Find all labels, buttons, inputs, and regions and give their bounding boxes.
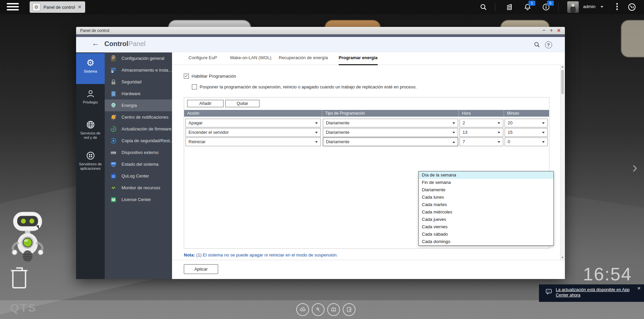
lock-icon: [110, 78, 117, 86]
column-header-tipo: Tipo de Programación: [322, 110, 459, 117]
background-tasks-icon[interactable]: [504, 2, 514, 12]
info-icon[interactable]: 5: [541, 2, 551, 12]
menu-label: Configuración general: [122, 56, 164, 61]
row3-accion-select[interactable]: Reiniciar: [185, 137, 321, 146]
sidebar-item-monitor-de-recursos[interactable]: Monitor de recursos: [105, 182, 172, 194]
row3-hora-select[interactable]: 7: [460, 137, 503, 146]
dropdown-option[interactable]: Cada sábado: [419, 231, 553, 238]
note-text: Nota: (1) El sistema no se puede apagar …: [184, 252, 338, 257]
sidebar-item-dispositivo-externo[interactable]: Dispositivo externo: [105, 147, 172, 158]
tab-configure-eup[interactable]: Configure EuP: [189, 55, 217, 64]
category-servidores-de-aplicaciones[interactable]: Servidores de aplicaciones: [76, 146, 105, 177]
notifications-bell-icon[interactable]: 1: [522, 2, 533, 12]
apps-grid-icon: [76, 151, 105, 161]
select-value: 15: [508, 130, 512, 135]
remove-button[interactable]: Quitar: [225, 100, 260, 107]
apply-button[interactable]: Aplicar: [184, 264, 218, 274]
menu-label: Dispositivo externo: [122, 150, 159, 155]
page-title-bold: Control: [104, 40, 128, 47]
scrollbar[interactable]: [560, 65, 565, 260]
search-icon[interactable]: [533, 40, 541, 49]
sidebar-item-copia-de-seguridad[interactable]: Copia de seguridad/Rest…: [105, 135, 172, 147]
toast-close-icon[interactable]: ×: [637, 285, 641, 292]
dropdown-option[interactable]: Cada martes: [419, 201, 553, 208]
scroll-up-arrow[interactable]: [561, 65, 565, 69]
close-button[interactable]: ×: [555, 27, 562, 34]
chevron-down-icon[interactable]: [601, 6, 603, 8]
user-avatar[interactable]: [567, 1, 579, 13]
footer-divider: [172, 260, 565, 260]
row1-tipo-select[interactable]: Diariamente: [323, 119, 458, 127]
dropdown-option[interactable]: Fin de semana: [419, 179, 553, 186]
sidebar-item-configuracion-general[interactable]: Configuración general: [105, 52, 172, 64]
sidebar-item-seguridad[interactable]: Seguridad: [105, 76, 172, 88]
back-arrow-icon[interactable]: ←: [92, 39, 99, 48]
menu-label: Actualización de firmware: [122, 126, 171, 131]
category-label: Servicios de red y de: [76, 131, 105, 140]
tab-wake-on-lan[interactable]: Wake-on-LAN (WOL): [230, 55, 271, 64]
dropdown-option[interactable]: Cada domingo: [419, 238, 553, 245]
sidebar-item-hardware[interactable]: Hardware: [105, 88, 172, 99]
category-servicios-de-red[interactable]: Servicios de red y de: [76, 115, 105, 146]
feedback-note-icon[interactable]: [343, 303, 355, 316]
category-privilegio[interactable]: Privilegio: [76, 84, 105, 115]
dashboard-gauge-icon[interactable]: [627, 2, 637, 12]
row2-hora-select[interactable]: 13: [460, 128, 503, 137]
enable-schedule-checkbox[interactable]: ✓: [184, 74, 189, 79]
sidebar-item-actualizacion-de-firmware[interactable]: Actualización de firmware: [105, 123, 172, 135]
row2-minuto-select[interactable]: 15: [505, 128, 548, 137]
dropdown-option[interactable]: Diariamente: [419, 186, 553, 194]
clipboard-gear-icon: [110, 55, 117, 62]
postpone-checkbox[interactable]: [192, 84, 197, 89]
row3-tipo-select-open[interactable]: Diariamente: [323, 137, 458, 146]
sidebar-item-almacenamiento[interactable]: Almacenamiento e insta…: [105, 64, 172, 76]
user-menu[interactable]: admin: [583, 4, 596, 9]
dropdown-option[interactable]: Cada viernes: [419, 223, 553, 231]
sidebar-item-license-center[interactable]: License Center: [105, 194, 172, 205]
scrollbar-thumb[interactable]: [561, 70, 564, 94]
sidebar-item-centro-de-notificaciones[interactable]: Centro de notificaciones: [105, 111, 172, 123]
row2-accion-select[interactable]: Encender el servidor: [185, 128, 321, 137]
tab-close-icon[interactable]: ×: [78, 4, 81, 10]
person-icon: [76, 89, 105, 99]
recycle-bin-icon[interactable]: [9, 264, 30, 292]
taskbar-tab-panel-de-control[interactable]: ⚙ Panel de control ×: [30, 1, 85, 13]
myqnapcloud-icon[interactable]: [296, 303, 309, 316]
row1-hora-select[interactable]: 2: [460, 119, 503, 127]
category-sistema[interactable]: ⚙ Sistema: [76, 53, 105, 84]
scroll-down-arrow[interactable]: [561, 255, 565, 260]
menu-label: Almacenamiento e insta…: [122, 68, 172, 73]
add-button[interactable]: Añadir: [187, 100, 224, 107]
search-icon[interactable]: [478, 2, 488, 12]
tab-recuperacion-de-energia[interactable]: Recuperación de energía: [279, 55, 328, 64]
maximize-button[interactable]: +: [548, 27, 555, 33]
dropdown-option[interactable]: Cada miércoles: [419, 208, 553, 216]
dropdown-option[interactable]: Día de la semana: [419, 171, 553, 179]
qulog-icon: [110, 172, 117, 180]
control-panel-window: Panel de control − + × ← ControlPanel ? …: [76, 27, 565, 279]
sidebar-item-qulog-center[interactable]: QuLog Center: [105, 170, 172, 182]
help-icon[interactable]: ?: [544, 40, 553, 49]
minimize-button[interactable]: −: [541, 27, 547, 33]
window-titlebar[interactable]: Panel de control − + ×: [76, 27, 565, 34]
tutorial-book-icon[interactable]: [327, 303, 340, 316]
note-label: Nota:: [184, 252, 195, 257]
power-bulb-icon: [110, 102, 117, 109]
sidebar-item-energia[interactable]: Energía: [105, 99, 172, 111]
select-value: 7: [463, 139, 465, 144]
dropdown-option[interactable]: Cada lunes: [419, 194, 553, 201]
tab-programar-energia[interactable]: Programar energía: [339, 55, 378, 65]
main-menu-icon[interactable]: [7, 3, 19, 11]
row2-tipo-select[interactable]: Diariamente: [323, 128, 458, 137]
desktop-page-chevron-icon[interactable]: ›: [632, 158, 637, 176]
more-options-icon[interactable]: [615, 3, 619, 11]
info-badge: 5: [547, 1, 554, 6]
notification-toast[interactable]: La actualización está disponible en App …: [539, 284, 644, 302]
dropdown-option[interactable]: Cada jueves: [419, 216, 553, 223]
row1-minuto-select[interactable]: 20: [505, 119, 548, 127]
sidebar-item-estado-del-sistema[interactable]: Estado del sistema: [105, 158, 172, 170]
utilities-icon[interactable]: [312, 303, 325, 316]
toast-link[interactable]: La actualización está disponible en App …: [556, 287, 633, 298]
row3-minuto-select[interactable]: 0: [505, 137, 548, 146]
row1-accion-select[interactable]: Apagar: [185, 119, 321, 127]
